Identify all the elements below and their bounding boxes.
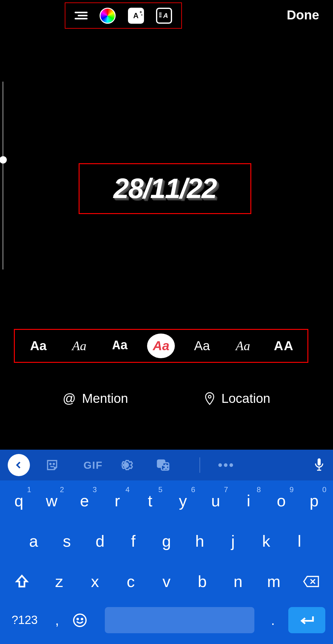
font-option-modern[interactable]: Aa — [188, 334, 216, 358]
period-key[interactable]: . — [262, 613, 284, 628]
key-g[interactable]: g — [151, 526, 182, 556]
more-options-icon[interactable]: ••• — [216, 458, 237, 472]
symbols-key[interactable]: ?123 — [8, 614, 42, 627]
shift-key[interactable] — [5, 567, 39, 596]
sticker-icon[interactable] — [45, 458, 67, 472]
key-z[interactable]: z — [44, 567, 75, 596]
font-option-serif[interactable]: Aa — [229, 334, 257, 358]
key-q[interactable]: q1 — [3, 486, 34, 515]
key-r[interactable]: r4 — [102, 486, 133, 515]
keyboard-toolbar: GIF G 文 ••• — [0, 450, 333, 480]
svg-point-3 — [125, 464, 128, 467]
keyboard-row-2: a s d f g h j k l — [0, 521, 333, 561]
font-option-script[interactable]: Aa — [65, 334, 93, 358]
mention-button[interactable]: @ Mention — [63, 391, 128, 406]
font-option-bold-italic[interactable]: Aa — [147, 334, 175, 358]
key-y[interactable]: y6 — [167, 486, 198, 515]
key-s[interactable]: s — [51, 526, 82, 556]
key-i[interactable]: i8 — [233, 486, 264, 515]
key-a[interactable]: a — [18, 526, 49, 556]
gif-button[interactable]: GIF — [82, 459, 104, 471]
svg-point-11 — [74, 614, 86, 626]
comma-key[interactable]: , — [46, 613, 68, 628]
text-animate-icon[interactable]: A — [156, 8, 172, 24]
done-button[interactable]: Done — [287, 8, 319, 22]
color-picker-icon[interactable] — [100, 8, 116, 24]
location-button[interactable]: Location — [204, 391, 270, 406]
story-text-input[interactable]: 28/11/22 — [113, 173, 216, 205]
svg-point-13 — [81, 618, 83, 620]
key-h[interactable]: h — [184, 526, 215, 556]
key-p[interactable]: p0 — [299, 486, 330, 515]
svg-text:文: 文 — [164, 464, 168, 469]
key-m[interactable]: m — [258, 567, 289, 596]
translate-icon[interactable]: G 文 — [156, 458, 178, 472]
location-pin-icon — [204, 392, 215, 405]
key-t[interactable]: t5 — [135, 486, 166, 515]
font-option-typewriter[interactable]: Aa — [106, 334, 134, 358]
effects-letter: A — [133, 11, 138, 20]
divider — [199, 457, 200, 473]
canvas-text-container: 28/11/22 — [79, 163, 251, 214]
key-l[interactable]: l — [284, 526, 315, 556]
key-f[interactable]: f — [118, 526, 149, 556]
key-d[interactable]: d — [84, 526, 115, 556]
key-u[interactable]: u7 — [200, 486, 231, 515]
spacebar-key[interactable] — [105, 607, 254, 633]
font-size-slider-track[interactable] — [2, 82, 3, 269]
key-k[interactable]: k — [251, 526, 282, 556]
emoji-key[interactable] — [72, 613, 97, 628]
key-c[interactable]: c — [115, 567, 146, 596]
text-effects-icon[interactable]: A — [128, 8, 144, 24]
key-x[interactable]: x — [80, 567, 110, 596]
svg-rect-8 — [318, 458, 321, 465]
at-icon: @ — [63, 391, 76, 406]
keyboard-row-1: q1 w2 e3 r4 t5 y6 u7 i8 o9 p0 — [0, 480, 333, 521]
enter-key[interactable] — [288, 607, 325, 633]
tag-suggestion-bar: @ Mention Location — [0, 391, 333, 406]
svg-text:G: G — [159, 461, 163, 467]
keyboard-collapse-button[interactable] — [8, 454, 30, 476]
backspace-key[interactable] — [294, 567, 328, 596]
mention-label: Mention — [82, 391, 128, 406]
location-label: Location — [221, 391, 270, 406]
svg-point-1 — [50, 464, 51, 465]
key-n[interactable]: n — [223, 567, 253, 596]
animate-letter: A — [163, 12, 168, 20]
settings-icon[interactable] — [119, 458, 141, 472]
key-b[interactable]: b — [187, 567, 218, 596]
keyboard-row-4: ?123 , . — [0, 601, 333, 644]
font-option-caps[interactable]: AA — [270, 334, 298, 358]
key-e[interactable]: e3 — [69, 486, 100, 515]
microphone-icon[interactable] — [313, 457, 325, 473]
svg-point-12 — [77, 618, 78, 620]
on-screen-keyboard: GIF G 文 ••• — [0, 450, 333, 644]
key-w[interactable]: w2 — [36, 486, 67, 515]
svg-point-0 — [208, 395, 211, 398]
key-o[interactable]: o9 — [266, 486, 297, 515]
key-j[interactable]: j — [217, 526, 248, 556]
font-option-classic[interactable]: Aa — [24, 334, 52, 358]
text-align-icon[interactable] — [75, 12, 88, 19]
svg-point-2 — [53, 464, 55, 465]
keyboard-row-3: z x c v b n m — [0, 561, 333, 601]
key-v[interactable]: v — [151, 567, 182, 596]
font-style-picker: Aa Aa Aa Aa Aa Aa AA — [14, 329, 308, 363]
text-tools-toolbar: A A — [65, 2, 182, 29]
font-size-slider-handle[interactable] — [0, 156, 7, 164]
